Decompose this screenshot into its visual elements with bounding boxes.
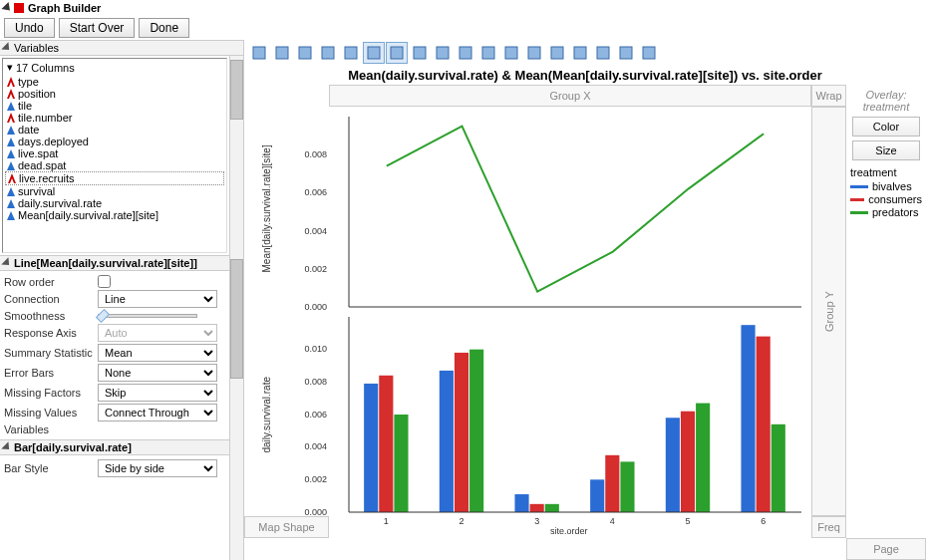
- dropzone-group-y[interactable]: Group Y: [811, 107, 846, 516]
- dropzone-wrap[interactable]: Wrap: [811, 85, 846, 107]
- bar-section-header[interactable]: Bar[daily.survival.rate]: [0, 439, 229, 455]
- mosaic-icon[interactable]: [546, 42, 568, 64]
- legend-item[interactable]: predators: [850, 206, 922, 218]
- disclosure-icon[interactable]: [1, 2, 13, 14]
- svg-rect-23: [590, 479, 604, 512]
- continuous-icon: [7, 138, 15, 146]
- row-order-checkbox[interactable]: [98, 275, 111, 288]
- column-item[interactable]: days.deployed: [5, 136, 224, 147]
- bar-style-select[interactable]: Side by side: [98, 459, 217, 477]
- column-item[interactable]: Mean[daily.survival.rate][site]: [5, 209, 224, 221]
- svg-rect-21: [440, 370, 454, 511]
- caption-icon[interactable]: [569, 42, 591, 64]
- nominal-icon: [7, 77, 15, 87]
- disclosure-icon: [1, 42, 12, 53]
- scrollbar-thumb[interactable]: [230, 259, 243, 379]
- smoothness-slider[interactable]: [98, 314, 197, 318]
- properties-scrollbar[interactable]: [229, 255, 243, 560]
- response-axis-select[interactable]: Auto: [98, 324, 217, 342]
- treemap-icon[interactable]: [523, 42, 545, 64]
- slider-thumb[interactable]: [96, 309, 110, 323]
- svg-rect-37: [772, 423, 785, 511]
- dropzone-map-shape[interactable]: Map Shape: [244, 516, 329, 538]
- connection-select[interactable]: Line: [98, 290, 217, 308]
- variables-scrollbar[interactable]: [229, 56, 243, 255]
- svg-rect-1: [276, 47, 288, 59]
- contour-icon[interactable]: [340, 42, 362, 64]
- bar-icon[interactable]: [386, 42, 408, 64]
- left-panel: Variables ▾ 17 Columns typepositiontilet…: [0, 40, 244, 560]
- dropzone-freq[interactable]: Freq: [811, 516, 846, 538]
- legend-item[interactable]: bivalves: [850, 180, 922, 192]
- error-bars-select[interactable]: None: [98, 364, 217, 382]
- points-icon[interactable]: [248, 42, 270, 64]
- column-item[interactable]: live.recruits: [5, 171, 224, 185]
- svg-rect-3: [322, 47, 334, 59]
- svg-rect-16: [620, 47, 632, 59]
- line-of-fit-icon[interactable]: [294, 42, 316, 64]
- overlay-header: Overlay: treatment: [850, 89, 922, 113]
- svg-rect-14: [574, 47, 586, 59]
- dropzone-page[interactable]: Page: [846, 538, 926, 560]
- boxplot-icon[interactable]: [432, 42, 454, 64]
- continuous-icon: [7, 126, 15, 135]
- legend-swatch: [850, 185, 868, 188]
- line-section-header[interactable]: Line[Mean[daily.survival.rate][site]]: [0, 255, 229, 271]
- line-icon[interactable]: [363, 42, 385, 64]
- ellipse-icon[interactable]: [317, 42, 339, 64]
- svg-rect-15: [597, 47, 609, 59]
- column-item[interactable]: tile.number: [5, 112, 224, 124]
- scrollbar-thumb[interactable]: [230, 60, 243, 120]
- column-item[interactable]: type: [5, 76, 224, 88]
- svg-rect-36: [696, 403, 710, 511]
- column-label: tile: [18, 100, 32, 112]
- red-square-icon[interactable]: [14, 3, 24, 13]
- x-axis-label: site.order: [550, 526, 588, 536]
- legend-title: treatment: [850, 166, 922, 178]
- svg-rect-29: [605, 454, 619, 511]
- smoother-icon[interactable]: [271, 42, 293, 64]
- heatmap-icon[interactable]: [477, 42, 499, 64]
- continuous-icon: [7, 102, 15, 111]
- formula-icon[interactable]: [592, 42, 614, 64]
- pie-icon[interactable]: [500, 42, 522, 64]
- bar-chart[interactable]: [329, 312, 811, 517]
- column-item[interactable]: live.spat: [5, 147, 224, 159]
- svg-rect-25: [741, 325, 755, 512]
- y-axis-label-top: Mean[daily.survival.rate][site]: [244, 107, 289, 312]
- map-icon[interactable]: [615, 42, 637, 64]
- svg-rect-7: [414, 47, 426, 59]
- column-list[interactable]: ▾ 17 Columns typepositiontiletile.number…: [2, 58, 227, 253]
- parallel-icon[interactable]: [638, 42, 660, 64]
- window-title: Graph Builder: [28, 2, 101, 14]
- start-over-button[interactable]: Start Over: [59, 18, 136, 38]
- missing-values-select[interactable]: Connect Through: [98, 404, 217, 421]
- column-item[interactable]: daily.survival.rate: [5, 197, 224, 209]
- done-button[interactable]: Done: [139, 18, 189, 38]
- column-label: tile.number: [18, 112, 72, 124]
- nominal-icon: [8, 173, 16, 183]
- histogram-icon[interactable]: [455, 42, 476, 64]
- nominal-icon: [7, 113, 15, 123]
- dropzone-group-x[interactable]: Group X: [329, 85, 811, 107]
- continuous-icon: [7, 199, 15, 208]
- color-dropzone[interactable]: Color: [852, 117, 920, 137]
- undo-button[interactable]: Undo: [4, 18, 55, 38]
- svg-rect-35: [620, 461, 634, 512]
- column-item[interactable]: date: [5, 124, 224, 136]
- svg-rect-2: [299, 47, 311, 59]
- area-icon[interactable]: [409, 42, 431, 64]
- legend-label: consumers: [868, 193, 922, 205]
- missing-factors-select[interactable]: Skip: [98, 384, 217, 402]
- line-chart[interactable]: [329, 107, 811, 312]
- column-item[interactable]: survival: [5, 185, 224, 197]
- column-item[interactable]: position: [5, 88, 224, 100]
- legend-item[interactable]: consumers: [850, 193, 922, 205]
- summary-stat-select[interactable]: Mean: [98, 344, 217, 362]
- column-item[interactable]: tile: [5, 100, 224, 112]
- svg-rect-30: [681, 411, 695, 511]
- size-dropzone[interactable]: Size: [852, 140, 920, 160]
- column-item[interactable]: dead.spat: [5, 159, 224, 171]
- variables-header[interactable]: Variables: [0, 40, 243, 56]
- column-label: daily.survival.rate: [18, 197, 102, 209]
